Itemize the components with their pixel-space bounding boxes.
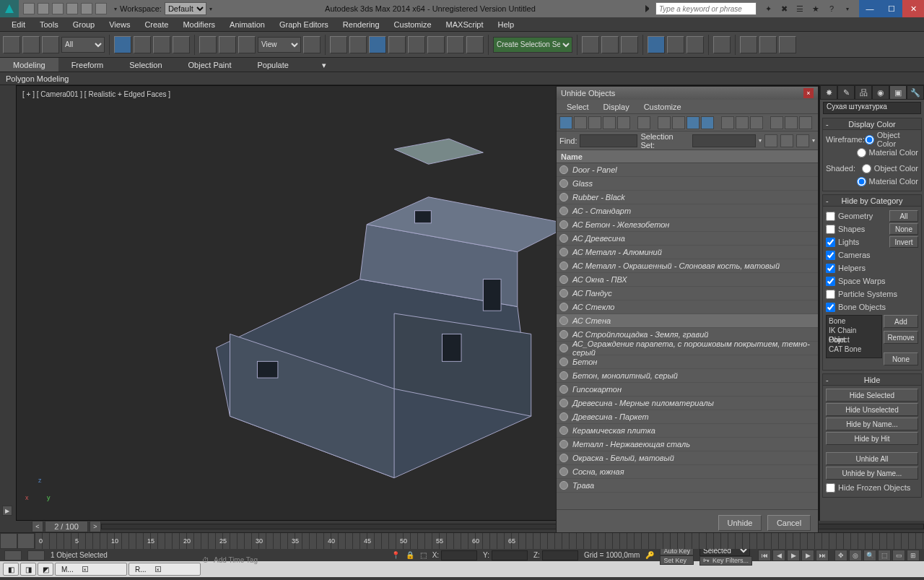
timeline-ruler[interactable]: 05101520253035404550556065 bbox=[0, 532, 924, 549]
list-item[interactable]: АС Стена bbox=[557, 314, 818, 328]
display-geom-icon[interactable] bbox=[574, 116, 587, 129]
selset-load-icon[interactable] bbox=[780, 134, 793, 147]
list-item[interactable]: Бетон, монолитный, серый bbox=[557, 369, 818, 383]
list-item[interactable]: Glass bbox=[557, 177, 818, 191]
viewport[interactable]: [ + ] [ Camera001 ] [ Realistic + Edged … bbox=[16, 85, 819, 521]
taskbar-button[interactable]: ◧ bbox=[3, 563, 19, 576]
qat-open-icon[interactable] bbox=[38, 3, 49, 14]
isolate-icon[interactable]: 🔒 bbox=[406, 551, 414, 559]
spinner-snap-icon[interactable] bbox=[427, 36, 445, 53]
qat-dropdown-icon[interactable]: ▾ bbox=[114, 6, 117, 12]
y-input[interactable] bbox=[492, 550, 528, 560]
fov-icon[interactable]: ▭ bbox=[892, 550, 905, 561]
list-item[interactable]: Rubber - Black bbox=[557, 191, 818, 204]
time-tag-icon[interactable]: ⏱ bbox=[202, 556, 209, 564]
mirror-icon[interactable] bbox=[582, 36, 599, 53]
qat-link-icon[interactable] bbox=[95, 3, 107, 14]
hide-cameras-checkbox[interactable] bbox=[826, 251, 835, 260]
display-all-icon[interactable] bbox=[559, 116, 572, 129]
taskbar-button[interactable]: ◨ bbox=[20, 563, 36, 576]
communication-icon[interactable]: ☰ bbox=[794, 3, 806, 14]
list-large-icon[interactable] bbox=[750, 116, 763, 129]
menu-views[interactable]: Views bbox=[102, 17, 137, 31]
list-item[interactable]: Окраска - Белый, матовый bbox=[557, 451, 818, 465]
shaded-object-radio[interactable] bbox=[862, 164, 871, 173]
bone-list-item[interactable]: CAT Bone bbox=[827, 345, 881, 354]
list-item[interactable]: Металл - Нержавеющая сталь bbox=[557, 438, 818, 451]
list-item[interactable]: АС Окна - ПВХ bbox=[557, 273, 818, 287]
hide-space-warps-checkbox[interactable] bbox=[826, 277, 835, 286]
hide-shapes-checkbox[interactable] bbox=[826, 225, 835, 234]
wireframe-object-radio[interactable] bbox=[865, 135, 874, 144]
menu-graph-editors[interactable]: Graph Editors bbox=[272, 17, 336, 31]
ribbon-tab-freeform[interactable]: Freeform bbox=[58, 58, 117, 72]
modify-tab-icon[interactable]: ✎ bbox=[837, 85, 855, 100]
lock-selection-icon[interactable]: 📍 bbox=[391, 551, 400, 559]
bone-list-item[interactable]: Bone bbox=[827, 316, 881, 326]
selset-menu-icon[interactable] bbox=[796, 134, 809, 147]
add-button[interactable]: Add bbox=[884, 315, 918, 328]
selection-set-input[interactable] bbox=[692, 134, 756, 147]
sync-icon[interactable] bbox=[785, 116, 798, 129]
zoom-ext-icon[interactable]: ⬚ bbox=[878, 550, 891, 561]
render-icon[interactable] bbox=[779, 36, 796, 53]
z-input[interactable] bbox=[542, 550, 578, 560]
zoom-icon[interactable]: 🔍 bbox=[863, 550, 876, 561]
percent-snap-icon[interactable] bbox=[408, 36, 425, 53]
list-item[interactable]: АС Бетон - Железобетон bbox=[557, 218, 818, 232]
timeline-ticks[interactable]: 05101520253035404550556065 bbox=[35, 533, 924, 549]
menu-modifiers[interactable]: Modifiers bbox=[175, 17, 222, 31]
selset-menu-dropdown-icon[interactable]: ▾ bbox=[812, 137, 815, 144]
display-lights-icon[interactable] bbox=[603, 116, 616, 129]
orbit-icon[interactable]: ◎ bbox=[849, 550, 862, 561]
close-button[interactable]: ✕ bbox=[902, 0, 924, 17]
hide-lights-checkbox[interactable] bbox=[826, 238, 835, 247]
ribbon-collapse-icon[interactable]: ▾ bbox=[309, 58, 335, 72]
menu-customize[interactable]: Customize bbox=[387, 17, 439, 31]
minimize-button[interactable]: — bbox=[859, 0, 881, 17]
taskbar-item[interactable]: M...× bbox=[55, 563, 127, 576]
move-icon[interactable] bbox=[199, 36, 217, 53]
display-bones-icon[interactable] bbox=[701, 116, 714, 129]
key-icon[interactable]: 🗝 bbox=[703, 556, 710, 565]
list-item[interactable]: Сосна, южная bbox=[557, 465, 818, 479]
display-helpers-icon[interactable] bbox=[637, 116, 650, 129]
manipulate-icon[interactable] bbox=[330, 36, 347, 53]
menu-group[interactable]: Group bbox=[66, 17, 103, 31]
menu-help[interactable]: Help bbox=[491, 17, 522, 31]
list-list-icon[interactable] bbox=[736, 116, 749, 129]
select-paint-icon[interactable] bbox=[173, 36, 190, 53]
key-mode-icon[interactable]: 🔑 bbox=[645, 551, 654, 559]
angle-snap-icon[interactable] bbox=[388, 36, 406, 53]
display-xrefs-icon[interactable] bbox=[687, 116, 699, 129]
find-input[interactable] bbox=[580, 134, 637, 147]
trackbar-curves-icon[interactable] bbox=[17, 533, 35, 549]
viewport-label[interactable]: [ + ] [ Camera001 ] [ Realistic + Edged … bbox=[22, 90, 170, 98]
filter-select[interactable]: All bbox=[61, 37, 105, 53]
unhide-by-name-button[interactable]: Unhide by Name... bbox=[826, 467, 918, 480]
layers-icon[interactable] bbox=[621, 36, 638, 53]
ribbon-tab-object-paint[interactable]: Object Paint bbox=[175, 58, 245, 72]
script-listener-icon[interactable] bbox=[4, 550, 22, 560]
prev-frame-icon[interactable]: ◀ bbox=[772, 550, 785, 561]
hide-unselected-button[interactable]: Hide Unselected bbox=[826, 403, 918, 416]
hide-selected-button[interactable]: Hide Selected bbox=[826, 389, 918, 402]
menu-create[interactable]: Create bbox=[137, 17, 175, 31]
dialog-title-bar[interactable]: Unhide Objects × bbox=[557, 87, 818, 100]
time-slider-prev-icon[interactable]: < bbox=[32, 521, 43, 532]
polygon-modeling-panel[interactable]: Polygon Modeling bbox=[0, 72, 924, 85]
menu-edit[interactable]: Edit bbox=[4, 17, 32, 31]
list-item[interactable]: Керамическая плитка bbox=[557, 424, 818, 438]
keyfilters-button[interactable]: Key Filters... bbox=[712, 556, 749, 565]
setkey-button[interactable]: Set Key bbox=[660, 555, 694, 565]
play-icon[interactable]: ▶ bbox=[787, 550, 800, 561]
scale-icon[interactable] bbox=[238, 36, 256, 53]
dialog-menu-select[interactable]: Select bbox=[559, 100, 596, 113]
list-item[interactable]: Древесина - Паркет bbox=[557, 410, 818, 424]
create-tab-icon[interactable]: ✸ bbox=[820, 85, 837, 100]
ribbon-tab-populate[interactable]: Populate bbox=[244, 58, 301, 72]
bone-type-list[interactable]: BoneIK Chain ObjectPointCAT Bone bbox=[826, 315, 882, 358]
shaded-material-radio[interactable] bbox=[857, 177, 866, 186]
taskbar-button[interactable]: ◩ bbox=[38, 563, 53, 576]
display-tab-icon[interactable]: ▣ bbox=[889, 85, 907, 100]
